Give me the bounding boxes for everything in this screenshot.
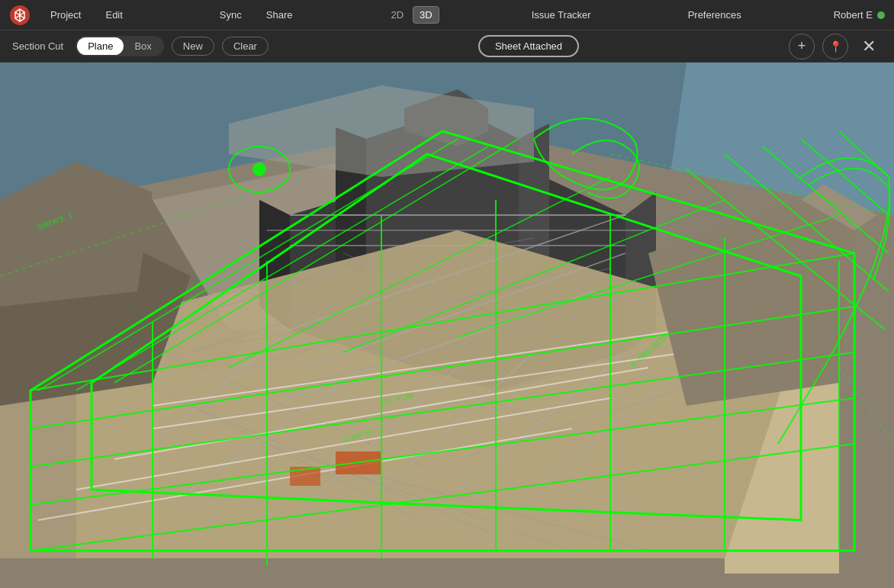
new-btn[interactable]: New: [172, 37, 214, 56]
svg-point-83: [253, 163, 265, 175]
menu-sync[interactable]: Sync: [215, 6, 246, 24]
sheet-attached-btn[interactable]: Sheet Attached: [478, 35, 579, 57]
app-logo: [9, 5, 31, 26]
view-2d-btn[interactable]: 2D: [384, 7, 410, 23]
pin-btn[interactable]: 📍: [822, 34, 848, 59]
menu-share[interactable]: Share: [262, 6, 297, 24]
menu-edit[interactable]: Edit: [101, 6, 127, 24]
plane-btn[interactable]: Plane: [77, 37, 124, 55]
add-icon: +: [798, 38, 806, 54]
menu-bar: Project Edit Sync Share 2D 3D Issue Trac…: [0, 0, 894, 31]
user-status-dot: [877, 11, 885, 19]
plane-box-toggle: Plane Box: [76, 36, 164, 56]
toolbar: Section Cut Plane Box New Clear Sheet At…: [0, 31, 894, 63]
user-section: Robert E: [834, 9, 885, 21]
viewport[interactable]: SURFACE 1 N-ZONE/MAIN FLOOR 01 SEC.PLAN: [0, 63, 894, 588]
section-cut-label: Section Cut: [12, 40, 63, 52]
menu-issue-tracker[interactable]: Issue Tracker: [527, 6, 596, 24]
add-btn[interactable]: +: [789, 34, 815, 59]
view-toggle: 2D 3D: [384, 6, 439, 24]
menu-project[interactable]: Project: [46, 6, 85, 24]
close-btn[interactable]: ✕: [856, 34, 882, 59]
viewport-scene: SURFACE 1 N-ZONE/MAIN FLOOR 01 SEC.PLAN: [0, 63, 894, 588]
pin-icon: 📍: [829, 40, 842, 53]
view-3d-btn[interactable]: 3D: [413, 6, 439, 24]
menu-preferences[interactable]: Preferences: [683, 6, 746, 24]
clear-btn[interactable]: Clear: [222, 37, 269, 56]
user-name: Robert E: [834, 9, 873, 21]
box-btn[interactable]: Box: [124, 37, 162, 55]
